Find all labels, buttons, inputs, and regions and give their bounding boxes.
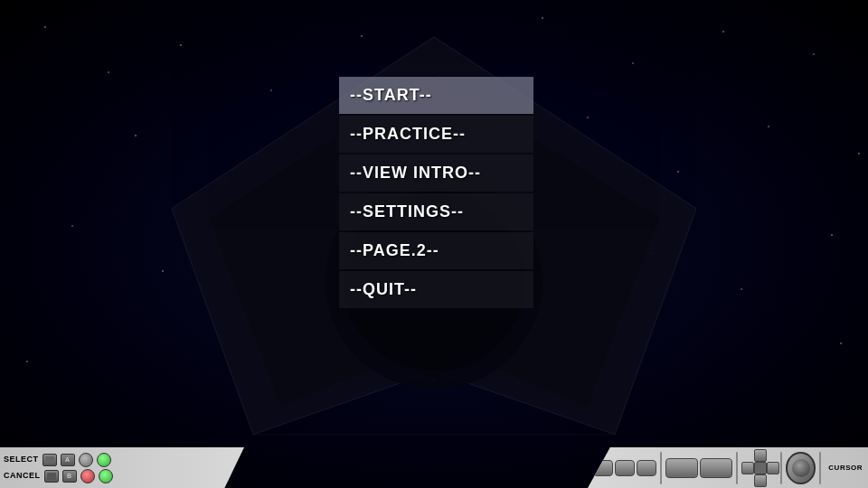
- circle-btn-green[interactable]: [97, 453, 111, 467]
- hud-bottom: SELECT A CANCEL B: [0, 447, 868, 488]
- hud-separator-3: [780, 452, 782, 484]
- right-btn-1[interactable]: [593, 460, 613, 476]
- right-btn-3[interactable]: [637, 460, 656, 476]
- hud-separator-4: [819, 452, 821, 484]
- hud-left-panel: SELECT A CANCEL B: [0, 447, 244, 488]
- cursor-label: CURSOR: [828, 464, 863, 472]
- menu-item-quit[interactable]: --QUIT--: [339, 271, 533, 308]
- menu-item-practice[interactable]: --PRACTICE--: [339, 116, 533, 153]
- btn-a[interactable]: A: [61, 454, 75, 466]
- menu-item-page2[interactable]: --PAGE.2--: [339, 232, 533, 269]
- cancel-button[interactable]: [44, 470, 59, 483]
- dpad-down[interactable]: [754, 474, 767, 487]
- btn-cluster-2: [665, 458, 732, 478]
- main-menu: --START-- --PRACTICE-- --VIEW INTRO-- --…: [339, 77, 533, 308]
- circle-btn-green2[interactable]: [99, 469, 113, 483]
- select-row: SELECT A: [4, 453, 113, 467]
- menu-item-view-intro[interactable]: --VIEW INTRO--: [339, 155, 533, 192]
- cancel-row: CANCEL B: [4, 469, 113, 483]
- circle-btn-1[interactable]: [79, 453, 93, 467]
- dpad: [741, 449, 777, 487]
- dpad-center[interactable]: [754, 462, 767, 474]
- hud-separator-1: [660, 452, 662, 484]
- hud-right-btns-group1: [593, 460, 656, 476]
- cancel-label: CANCEL: [4, 470, 41, 482]
- menu-item-start[interactable]: --START--: [339, 77, 533, 114]
- hud-separator-2: [736, 452, 738, 484]
- right-btn-2[interactable]: [615, 460, 635, 476]
- menu-item-settings[interactable]: --SETTINGS--: [339, 193, 533, 230]
- dpad-up[interactable]: [754, 449, 767, 462]
- circle-btn-red[interactable]: [80, 469, 95, 483]
- hud-left-controls: SELECT A CANCEL B: [4, 453, 113, 483]
- select-button[interactable]: [42, 454, 57, 466]
- dpad-right[interactable]: [767, 462, 779, 474]
- btn-cluster-1: [593, 460, 656, 476]
- right-btn-5[interactable]: [700, 458, 732, 478]
- hud-right-panel: CURSOR: [588, 447, 868, 488]
- right-btn-4[interactable]: [665, 458, 698, 478]
- btn-b[interactable]: B: [62, 470, 77, 483]
- select-label: SELECT: [4, 454, 39, 465]
- dpad-left[interactable]: [741, 462, 754, 474]
- analog-stick[interactable]: [786, 452, 816, 484]
